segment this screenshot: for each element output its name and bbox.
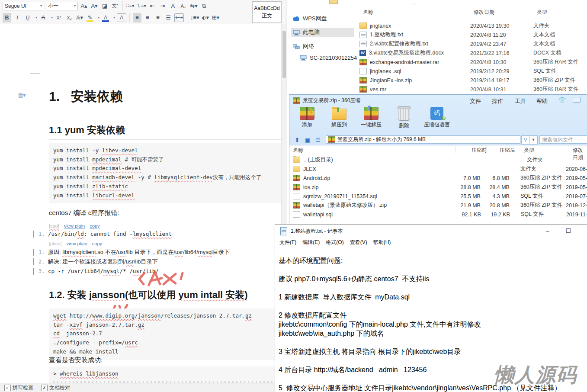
italic-button[interactable]: I [13, 13, 22, 22]
increase-indent-icon[interactable]: ⇥ [158, 1, 167, 11]
font-size-combo[interactable]: 小一 ▾ [46, 2, 78, 10]
distribute-button[interactable]: ⟷ [174, 13, 184, 22]
scrollbar-thumb[interactable] [282, 31, 286, 78]
add-button[interactable]: ⬇ 添加 [293, 107, 321, 134]
up-level-icon[interactable]: ⬆ [292, 137, 302, 143]
table-row[interactable]: walletapi（景蓝原始未修改版）.zip 21.9 MB 20.8 MB … [289, 201, 587, 210]
heading-doc-icon[interactable]: ▤▾ [18, 92, 29, 99]
bold-button[interactable]: B [3, 13, 11, 22]
column-header-type[interactable]: 类型 [537, 9, 547, 16]
table-row[interactable]: jinglanex .sql 2019/2/12 20:29 SQL 文件 [359, 67, 587, 76]
align-right-button[interactable]: ≡ [154, 13, 162, 22]
font-name-combo[interactable]: Segoe UI ▾ [3, 2, 44, 10]
highlight-color-button[interactable]: ✎ [86, 13, 94, 22]
line-spacing-button[interactable]: ↕≡▾ [190, 13, 199, 22]
shrink-font-icon[interactable]: A▾ [90, 1, 99, 11]
copy-link[interactable]: copy [92, 241, 102, 246]
table-row[interactable]: .. (上级目录) 文件夹 [289, 155, 587, 164]
table-row[interactable]: jinglanex 2020/4/13 19:30 文件夹 [359, 21, 587, 30]
table-row[interactable]: JLEX 文件夹 2020-06- [289, 164, 587, 174]
chevron-down-icon[interactable]: ▾ [51, 16, 53, 19]
menu-tools[interactable]: 工具 [515, 97, 526, 105]
column-header-packed-before[interactable]: 压缩前 [458, 147, 487, 154]
shading-button[interactable]: ⬖▾ [201, 13, 210, 22]
grow-font-icon[interactable]: A▴ [80, 1, 88, 11]
column-header-name[interactable]: 名称 [293, 147, 303, 154]
column-header-date[interactable]: 修改日期 [474, 9, 494, 16]
archive-language-button[interactable]: 码 压缩包语言 [420, 107, 454, 134]
paragraph-mark-icon[interactable]: ⇆▾ [189, 1, 198, 11]
font-color-button[interactable]: A [101, 13, 110, 22]
justify-button[interactable]: ☰ [164, 13, 173, 22]
column-header-packed-after[interactable]: 压缩后 [488, 147, 515, 154]
table-row[interactable]: exchange-android-master.rar 2020/4/8 10:… [359, 58, 587, 67]
table-row[interactable]: ios.zip 28.8 MB 28.4 MB 360压缩 ZIP 文件 201… [289, 183, 587, 192]
feedback-icon[interactable] [573, 97, 581, 103]
divider [570, 146, 570, 153]
phonetic-guide-icon[interactable]: 文˟ [111, 1, 119, 11]
copy-link[interactable]: copy [90, 223, 99, 228]
search-in-archive-input[interactable]: 搜索包内文件 [539, 135, 587, 144]
chevron-down-icon[interactable]: ▾ [113, 16, 115, 19]
table-row[interactable]: ves.rar 2020/4/8 10:31 360压缩 RAR 文件 [359, 85, 587, 94]
menu-format[interactable]: 格式(O) [326, 239, 343, 246]
align-left-button[interactable]: ≡ [133, 13, 141, 22]
menu-edit[interactable]: 编辑(E) [302, 239, 320, 246]
path-dropdown-button[interactable]: ▼ [529, 135, 538, 145]
menu-help[interactable]: 帮助(H) [373, 239, 391, 246]
text-direction-icon[interactable]: A [169, 1, 177, 11]
archive-path-field[interactable]: 景蓝交易所.zip - 解包大小为 769.6 MB [326, 135, 520, 144]
extract-to-button[interactable]: ⬆ 解压到 [325, 107, 353, 134]
underline-button[interactable]: U [23, 13, 32, 22]
chevron-down-icon[interactable]: ▾ [35, 16, 37, 19]
char-border-button[interactable]: A [117, 13, 126, 22]
list-number: 3. [38, 268, 48, 275]
numbered-list-icon[interactable]: ⒈≡▾ [136, 1, 146, 11]
strikethrough-button[interactable]: A [39, 13, 48, 22]
view-plain-link[interactable]: view plain [66, 241, 87, 246]
borders-button[interactable]: ⊞▾ [212, 13, 220, 22]
column-header-name[interactable]: 名称 [363, 9, 373, 16]
table-row[interactable]: Android.zip 7.0 MB 6.8 MB 360压缩 ZIP 文件 2… [289, 174, 587, 183]
sidebar-item-wps-cloud[interactable]: WPS网盘 [293, 14, 353, 23]
text-effects-button[interactable]: 𝔸▾ [75, 13, 84, 22]
sort-ascending-icon[interactable]: ˆ [414, 3, 415, 8]
bullet-list-icon[interactable]: ∷≡▾ [126, 1, 135, 11]
menu-help[interactable]: 帮助 [536, 97, 548, 105]
style-gallery-item[interactable]: AaBbCcDd 正文 [252, 1, 282, 23]
proofread-toggle[interactable]: ✗文档校对 [41, 384, 70, 392]
table-row[interactable]: walletapi.sql 92.1 KB 19.2 KB SQL 文件 201… [289, 210, 587, 219]
table-row[interactable]: sqmlzw_20190711_115354.sql 25.5 MB 4.3 M… [289, 192, 587, 201]
sidebar-item-network[interactable]: 网络 [293, 42, 353, 51]
delete-button[interactable]: 删除 [390, 107, 418, 134]
spell-check-toggle[interactable]: ✓拼写检查 [4, 384, 33, 392]
document-canvas[interactable]: ▤▾ 1.安装依赖 1.1 yum 安装依赖 yum install -y li… [0, 24, 281, 383]
menu-file[interactable]: 文件 [470, 97, 481, 105]
sidebar-item-computer-sc[interactable]: SC-202103012254 [300, 53, 360, 62]
subscript-button[interactable]: X₂ [65, 13, 74, 22]
one-key-extract-button[interactable]: ⬆ 一键解压 [357, 107, 385, 134]
menu-actions[interactable]: 操作 [492, 97, 503, 105]
table-row[interactable]: 1.整站教程.txt 2020/4/8 11:20 文本文档 [359, 30, 587, 39]
menu-file[interactable]: 文件(F) [279, 239, 296, 246]
symbol-box-icon[interactable]: ⧉ [200, 1, 208, 11]
table-row[interactable]: 2.viabtc配置修改教程.txt 2019/4/2 23:47 文本文档 [359, 39, 587, 48]
skin-icon[interactable]: 👕 [558, 96, 566, 103]
sidebar-item-this-pc[interactable]: 此电脑 [291, 28, 354, 37]
view-plain-link[interactable]: view plain [64, 223, 85, 228]
chevron-down-icon[interactable]: ▾ [98, 16, 99, 19]
list-view-icon[interactable]: ☰ [313, 137, 323, 143]
menu-view[interactable]: 查看(V) [350, 239, 367, 246]
column-header-type[interactable]: 类型 [524, 147, 534, 154]
view-icon[interactable]: ▣ [302, 137, 313, 143]
table-row[interactable]: W3.viabtc交易系统搭建教程.docx 2021/3/22 17:16 D… [359, 48, 587, 58]
table-row[interactable]: JinglanEx -ios.zip 2019/2/14 19:17 360压缩… [359, 76, 587, 85]
minimize-button[interactable]: – [538, 225, 557, 238]
sort-icon[interactable]: A↓ [179, 1, 188, 11]
path-expand-button[interactable]: V [521, 135, 530, 145]
clear-format-icon[interactable]: ◪ [100, 1, 109, 11]
maximize-button[interactable]: ☐ [559, 225, 578, 238]
superscript-button[interactable]: X² [55, 13, 63, 22]
decrease-indent-icon[interactable]: ⇤ [148, 1, 157, 11]
align-center-button[interactable]: ≡ [143, 13, 152, 22]
